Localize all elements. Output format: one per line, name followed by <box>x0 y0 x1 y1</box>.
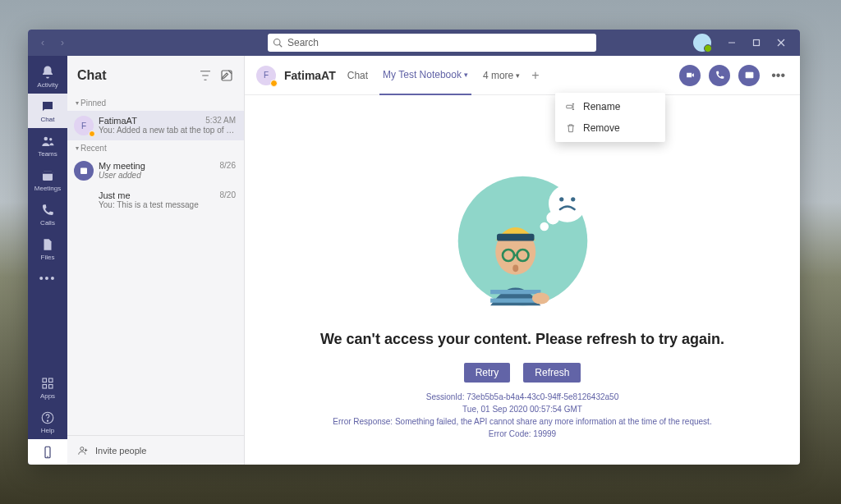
share-screen-button[interactable] <box>738 65 760 86</box>
svg-rect-22 <box>567 105 572 108</box>
titlebar: ‹ › Search <box>28 30 800 56</box>
rail-calls[interactable]: Calls <box>28 197 67 231</box>
invite-people[interactable]: Invite people <box>67 435 244 465</box>
close-button[interactable] <box>769 31 793 54</box>
chat-preview: You: This is a test message <box>99 200 236 209</box>
tab-notebook-label: My Test Notebook <box>383 69 462 80</box>
phone-icon <box>715 70 725 80</box>
chat-time: 8/26 <box>220 161 236 171</box>
maximize-button[interactable] <box>744 31 769 54</box>
menu-remove[interactable]: Remove <box>555 117 665 139</box>
section-pinned-label: Pinned <box>80 99 106 108</box>
chat-preview: You: Added a new tab at the top of this… <box>99 126 236 135</box>
chat-name: Just me <box>99 190 131 200</box>
retry-button[interactable]: Retry <box>464 363 511 383</box>
invite-icon <box>77 445 89 456</box>
chat-row-fatimaat[interactable]: F FatimaAT 5:32 AM You: Added a new tab … <box>67 111 244 140</box>
new-chat-icon[interactable] <box>219 68 234 83</box>
error-details: SessionId: 73eb5b5a-b4a4-43c0-94ff-5e812… <box>333 391 711 440</box>
menu-rename[interactable]: Rename <box>555 96 665 117</box>
files-icon <box>40 237 55 252</box>
avatar <box>74 190 94 210</box>
section-recent-label: Recent <box>80 144 107 153</box>
rail-teams[interactable]: Teams <box>28 128 67 163</box>
teams-window: ‹ › Search Activity Chat Teams <box>28 30 800 465</box>
chevron-down-icon: ▾ <box>464 71 468 79</box>
calendar-icon <box>79 166 89 176</box>
rail-device[interactable] <box>28 439 67 465</box>
svg-point-27 <box>559 197 563 201</box>
section-recent[interactable]: ▾ Recent <box>67 140 244 156</box>
share-icon <box>744 70 755 80</box>
avatar: F <box>74 116 94 135</box>
menu-rename-label: Rename <box>583 101 620 112</box>
rail-apps[interactable]: Apps <box>28 370 67 405</box>
error-content: We can't access your content. Please ref… <box>245 95 800 465</box>
add-tab-button[interactable]: + <box>531 68 539 83</box>
apps-icon <box>40 376 55 391</box>
rail-files[interactable]: Files <box>28 231 67 266</box>
error-code: Error Code: 19999 <box>333 428 711 440</box>
tab-chat[interactable]: Chat <box>344 56 371 95</box>
calendar-icon <box>40 168 55 183</box>
section-pinned[interactable]: ▾ Pinned <box>67 95 244 111</box>
body: Activity Chat Teams Meetings Calls Files <box>28 56 800 465</box>
rail-help-label: Help <box>41 427 54 434</box>
tab-context-menu: Rename Remove <box>555 93 665 142</box>
rail-meetings-label: Meetings <box>34 185 61 192</box>
rail-chat[interactable]: Chat <box>28 94 67 128</box>
chat-time: 5:32 AM <box>205 116 236 126</box>
chat-preview: User added <box>99 171 236 180</box>
more-icon: ••• <box>39 272 57 285</box>
audio-call-button[interactable] <box>709 65 730 86</box>
error-title: We can't access your content. Please ref… <box>320 331 724 348</box>
svg-rect-12 <box>43 385 47 389</box>
phone-device-icon <box>40 445 55 460</box>
rail-calls-label: Calls <box>40 219 55 227</box>
main-header: F FatimaAT Chat My Test Notebook ▾ 4 mor… <box>245 56 800 95</box>
chat-time: 8/20 <box>220 190 236 200</box>
chat-row-mymeeting[interactable]: My meeting 8/26 User added <box>67 156 244 186</box>
svg-rect-19 <box>80 168 87 175</box>
nav-arrows: ‹ › <box>34 34 71 51</box>
svg-point-20 <box>80 447 84 450</box>
rail-help[interactable]: Help <box>28 405 67 439</box>
refresh-button[interactable]: Refresh <box>523 363 581 383</box>
phone-icon <box>40 203 55 218</box>
more-options-button[interactable]: ••• <box>768 68 788 83</box>
error-response: Error Response: Something failed, the AP… <box>333 415 711 428</box>
minimize-button[interactable] <box>719 31 744 54</box>
svg-line-1 <box>279 44 282 47</box>
svg-point-15 <box>47 420 48 421</box>
tab-more[interactable]: 4 more ▾ <box>480 56 523 95</box>
rename-icon <box>565 101 577 112</box>
rail-more[interactable]: ••• <box>28 266 67 290</box>
nav-back-icon[interactable]: ‹ <box>34 34 51 51</box>
filter-icon[interactable] <box>198 68 213 83</box>
svg-point-37 <box>531 293 549 305</box>
nav-forward-icon[interactable]: › <box>54 34 71 51</box>
chat-row-justme[interactable]: Just me 8/20 You: This is a test message <box>67 186 244 215</box>
chevron-down-icon: ▾ <box>76 144 79 152</box>
rail-chat-label: Chat <box>41 116 55 123</box>
svg-rect-30 <box>497 234 535 241</box>
rail-meetings[interactable]: Meetings <box>28 163 67 197</box>
chat-name: My meeting <box>99 161 145 171</box>
avatar <box>74 161 94 181</box>
tab-chat-label: Chat <box>347 70 368 81</box>
chat-name: FatimaAT <box>99 116 137 126</box>
participant-avatar[interactable]: F <box>256 66 276 85</box>
left-rail: Activity Chat Teams Meetings Calls Files <box>28 56 67 465</box>
tab-notebook[interactable]: My Test Notebook ▾ <box>379 56 471 95</box>
chevron-down-icon: ▾ <box>76 99 79 107</box>
tab-more-label: 4 more <box>483 70 513 81</box>
chat-list-pane: Chat ▾ Pinned F FatimaAT 5:32 AM Y <box>67 56 245 465</box>
video-call-button[interactable] <box>679 65 701 86</box>
chat-icon <box>40 99 55 114</box>
rail-activity[interactable]: Activity <box>28 59 67 94</box>
chat-list-header: Chat <box>67 56 244 95</box>
svg-point-7 <box>49 138 52 140</box>
search-input[interactable]: Search <box>268 34 596 52</box>
svg-rect-11 <box>49 378 53 383</box>
profile-avatar[interactable] <box>693 34 711 52</box>
